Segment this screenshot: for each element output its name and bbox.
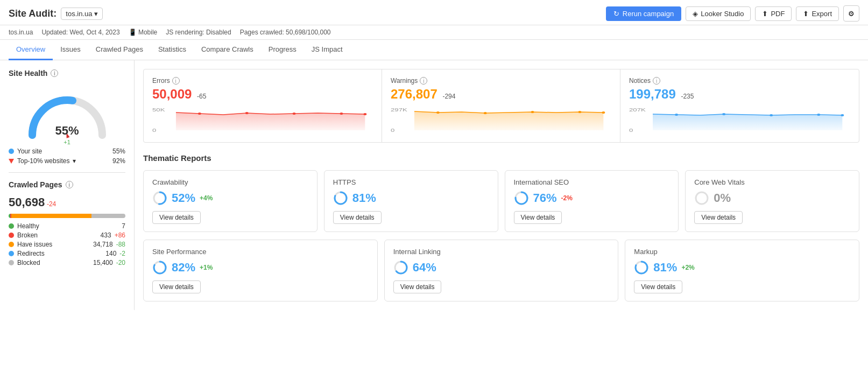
crawled-count: 50,698 — [9, 195, 45, 209]
markup-view-details[interactable]: View details — [634, 280, 682, 293]
errors-count: 50,009 — [152, 87, 192, 101]
top-bar-left: Site Audit: tos.in.ua ▾ — [9, 8, 103, 20]
site-url: tos.in.ua — [9, 29, 33, 36]
svg-text:297K: 297K — [391, 107, 407, 113]
svg-point-21 — [722, 113, 725, 115]
issues-count: 34,718 — [93, 241, 113, 248]
svg-point-20 — [675, 114, 678, 116]
markup-delta: +2% — [681, 264, 694, 271]
svg-point-23 — [817, 114, 820, 116]
tab-overview[interactable]: Overview — [9, 40, 53, 60]
gauge-delta: +1 — [63, 139, 70, 145]
crawlability-view-details[interactable]: View details — [152, 211, 201, 224]
svg-point-6 — [293, 113, 296, 115]
healthy-label: Healthy — [17, 222, 39, 230]
svg-point-7 — [340, 113, 343, 115]
your-site-label: Your site — [17, 148, 42, 155]
right-panel: Errors i 50,009 -65 50K 0 — [135, 60, 868, 310]
blocked-label: Blocked — [17, 259, 40, 266]
card-site-performance: Site Performance 82% +1% View details — [143, 240, 378, 301]
crawled-pages-info-icon[interactable]: i — [66, 181, 73, 188]
notices-info-icon[interactable]: i — [653, 77, 660, 85]
nav-tabs: Overview Issues Crawled Pages Statistics… — [0, 40, 868, 60]
crawlability-score: 52% +4% — [152, 191, 308, 206]
healthy-count: 7 — [122, 222, 125, 230]
rerun-campaign-button[interactable]: ↻ Rerun campaign — [606, 6, 681, 21]
tab-compare-crawls[interactable]: Compare Crawls — [194, 40, 261, 60]
card-internal-linking: Internal Linking 64% View details — [384, 240, 619, 301]
card-crawlability: Crawlability 52% +4% View details — [143, 170, 317, 232]
broken-dot — [9, 233, 14, 238]
tab-crawled-pages[interactable]: Crawled Pages — [88, 40, 151, 60]
https-view-details[interactable]: View details — [333, 211, 382, 224]
internal-linking-view-details[interactable]: View details — [393, 280, 442, 293]
notices-card: Notices i 199,789 -235 207K 0 — [620, 69, 859, 142]
crawled-delta: -24 — [47, 200, 56, 208]
internal-linking-circle — [393, 260, 408, 275]
redirects-count: 140 — [105, 250, 116, 257]
legend-redirects: Redirects 140 -2 — [9, 250, 125, 257]
legend-blocked: Blocked 15,400 -20 — [9, 259, 125, 266]
broken-label: Broken — [17, 231, 38, 239]
tab-statistics[interactable]: Statistics — [151, 40, 194, 60]
looker-studio-button[interactable]: ◈ Looker Studio — [686, 6, 751, 21]
blocked-change: -20 — [116, 259, 125, 266]
your-site-value: 55% — [112, 148, 125, 155]
site-health-info-icon[interactable]: i — [51, 69, 58, 77]
site-performance-circle — [152, 260, 167, 275]
card-international-seo: International SEO 76% -2% View details — [505, 170, 679, 232]
intl-seo-circle — [514, 191, 529, 206]
meta-bar: tos.in.ua Updated: Wed, Oct 4, 2023 📱 Mo… — [0, 25, 868, 40]
thematic-reports-title: Thematic Reports — [143, 153, 859, 163]
markup-score: 81% +2% — [634, 260, 850, 275]
gauge-percent: 55% — [55, 124, 79, 138]
site-health-legend: Your site 55% Top-10% websites ▾ 92% — [9, 148, 125, 165]
svg-marker-11 — [414, 111, 603, 130]
svg-point-15 — [578, 111, 582, 113]
svg-text:0: 0 — [152, 128, 156, 133]
svg-marker-19 — [653, 114, 842, 130]
settings-button[interactable]: ⚙ — [843, 5, 859, 22]
card-core-web-vitals: Core Web Vitals 0% View details — [685, 170, 859, 232]
js-rendering: JS rendering: Disabled — [166, 29, 231, 36]
top10-dropdown-icon[interactable]: ▾ — [73, 157, 76, 165]
svg-point-16 — [602, 111, 605, 114]
errors-info-icon[interactable]: i — [172, 77, 180, 85]
cwv-view-details[interactable]: View details — [694, 211, 743, 224]
blocked-count: 15,400 — [93, 259, 113, 266]
export-button[interactable]: ⬆ Export — [796, 6, 839, 21]
redirects-dot — [9, 251, 14, 256]
site-performance-view-details[interactable]: View details — [152, 280, 201, 293]
intl-seo-view-details[interactable]: View details — [514, 211, 562, 224]
notices-chart: 207K 0 — [629, 106, 850, 133]
tab-issues[interactable]: Issues — [53, 40, 88, 60]
warnings-info-icon[interactable]: i — [420, 77, 427, 85]
legend-top10: Top-10% websites ▾ 92% — [9, 157, 125, 165]
pdf-button[interactable]: ⬆ PDF — [755, 6, 792, 21]
redirects-change: -2 — [119, 250, 125, 257]
export-label: Export — [811, 10, 832, 18]
your-site-dot — [9, 149, 14, 154]
issues-dot — [9, 242, 14, 247]
crawlability-title: Crawlability — [152, 178, 308, 186]
tab-progress[interactable]: Progress — [261, 40, 304, 60]
cwv-score: 0% — [694, 191, 850, 206]
tab-js-impact[interactable]: JS Impact — [304, 40, 350, 60]
svg-point-4 — [198, 113, 201, 115]
svg-point-5 — [245, 112, 249, 114]
warnings-card: Warnings i 276,807 -294 297K 0 — [382, 69, 620, 142]
top-bar: Site Audit: tos.in.ua ▾ ↻ Rerun campaign… — [0, 0, 868, 25]
ewn-row: Errors i 50,009 -65 50K 0 — [143, 69, 859, 143]
site-performance-score: 82% +1% — [152, 260, 369, 275]
https-circle — [333, 191, 348, 206]
site-selector[interactable]: tos.in.ua ▾ — [61, 8, 103, 20]
warnings-count: 276,807 — [391, 87, 437, 101]
site-name: tos.in.ua — [66, 10, 92, 18]
crawlability-delta: +4% — [200, 194, 213, 202]
warnings-delta: -294 — [442, 93, 455, 100]
thematic-grid-row2: Site Performance 82% +1% View details In… — [143, 240, 859, 301]
site-audit-title: Site Audit: — [9, 8, 57, 19]
looker-icon: ◈ — [693, 10, 698, 18]
broken-count: 433 — [101, 231, 111, 239]
intl-seo-delta: -2% — [561, 194, 573, 202]
